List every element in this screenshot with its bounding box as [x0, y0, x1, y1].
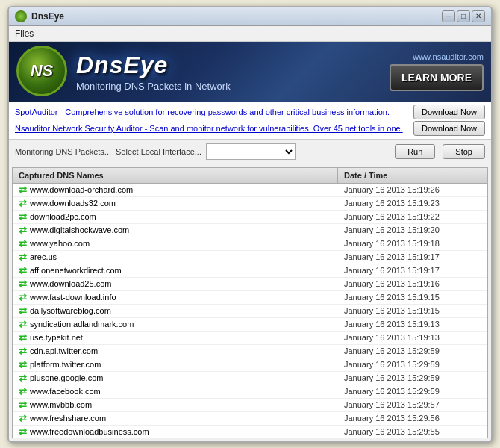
cell-date: January 16 2013 15:29:59 — [338, 358, 487, 370]
cell-dns-name: ⇄www.download-orchard.com — [13, 184, 338, 196]
table-row[interactable]: ⇄plusone.google.comJanuary 16 2013 15:29… — [13, 372, 487, 385]
dns-arrow-icon: ⇄ — [19, 360, 27, 370]
table-row[interactable]: ⇄download2pc.comJanuary 16 2013 15:19:22 — [13, 211, 487, 224]
dns-name-text: plusone.google.com — [30, 373, 103, 382]
dns-arrow-icon: ⇄ — [19, 199, 27, 208]
cell-date: January 16 2013 15:29:59 — [338, 385, 487, 397]
run-button[interactable]: Run — [395, 144, 435, 159]
cell-date: January 16 2013 15:29:59 — [338, 372, 487, 384]
table-row[interactable]: ⇄www.facebook.comJanuary 16 2013 15:29:5… — [13, 385, 487, 399]
cell-dns-name: ⇄www.fast-download.info — [13, 291, 338, 304]
ad-bar: SpotAuditor - Comprehensive solution for… — [9, 102, 491, 140]
dns-arrow-icon: ⇄ — [19, 293, 27, 302]
dns-arrow-icon: ⇄ — [19, 373, 27, 383]
dns-arrow-icon: ⇄ — [19, 320, 27, 329]
table-row[interactable]: ⇄www.download25.comJanuary 16 2013 15:19… — [13, 278, 487, 291]
dns-arrow-icon: ⇄ — [19, 239, 27, 249]
dns-arrow-icon: ⇄ — [19, 414, 27, 423]
learn-more-button[interactable]: LEARN MORE — [390, 64, 484, 91]
main-window: DnsEye ─ □ ✕ Files NS DnsEye Monitoring … — [7, 6, 493, 443]
cell-date: January 16 2013 15:19:13 — [338, 332, 487, 343]
table-row[interactable]: ⇄www.freedownloadbusiness.comJanuary 16 … — [13, 426, 487, 438]
dns-arrow-icon: ⇄ — [19, 266, 27, 276]
ns-circle-text: NS — [16, 46, 67, 96]
dns-arrow-icon: ⇄ — [19, 252, 27, 262]
table-row[interactable]: ⇄www.mvbbb.comJanuary 16 2013 15:29:57 — [13, 399, 487, 412]
table-header: Captured DNS Names Date / Time — [13, 168, 487, 184]
cell-date: January 16 2013 15:19:17 — [338, 264, 487, 276]
stop-button[interactable]: Stop — [443, 144, 485, 159]
table-row[interactable]: ⇄arec.usJanuary 16 2013 15:19:17 — [13, 251, 487, 264]
close-button[interactable]: ✕ — [472, 10, 485, 22]
window-title: DnsEye — [31, 11, 442, 22]
cell-dns-name: ⇄aff.onenetworkdirect.com — [13, 264, 338, 277]
cell-dns-name: ⇄use.typekit.net — [13, 332, 338, 344]
cell-dns-name: ⇄www.freshshare.com — [13, 412, 338, 425]
dns-name-text: download2pc.com — [30, 212, 96, 221]
table-row[interactable]: ⇄www.fast-download.infoJanuary 16 2013 1… — [13, 291, 487, 305]
dns-arrow-icon: ⇄ — [19, 400, 27, 410]
cell-dns-name: ⇄www.digitalshockwave.com — [13, 224, 338, 237]
dns-name-text: cdn.api.twitter.com — [30, 346, 98, 355]
table-row[interactable]: ⇄aff.onenetworkdirect.comJanuary 16 2013… — [13, 264, 487, 278]
cell-dns-name: ⇄www.downloads32.com — [13, 197, 338, 210]
table-row[interactable]: ⇄syndication.adlandmark.comJanuary 16 20… — [13, 318, 487, 332]
banner-title-area: DnsEye Monitoring DNS Packets in Network — [69, 52, 390, 92]
interface-select[interactable] — [206, 143, 296, 160]
table-row[interactable]: ⇄cdn.api.twitter.comJanuary 16 2013 15:2… — [13, 345, 487, 358]
cell-date: January 16 2013 15:19:16 — [338, 278, 487, 290]
cell-date: January 16 2013 15:19:15 — [338, 291, 487, 303]
dns-name-text: www.facebook.com — [30, 387, 101, 396]
ad-link-1[interactable]: SpotAuditor - Comprehensive solution for… — [15, 108, 409, 116]
dns-name-text: www.downloads32.com — [30, 199, 116, 208]
dns-arrow-icon: ⇄ — [19, 185, 27, 195]
maximize-button[interactable]: □ — [457, 10, 470, 22]
dns-arrow-icon: ⇄ — [19, 212, 27, 222]
dns-name-text: www.fast-download.info — [30, 293, 116, 302]
cell-date: January 16 2013 15:19:17 — [338, 251, 487, 263]
table-body: ⇄www.download-orchard.comJanuary 16 2013… — [13, 184, 487, 438]
ad-row-2: Nsauditor Network Security Auditor - Sca… — [15, 121, 485, 136]
ad-link-2[interactable]: Nsauditor Network Security Auditor - Sca… — [15, 124, 409, 133]
dns-name-text: aff.onenetworkdirect.com — [30, 266, 122, 275]
download-now-button-2[interactable]: Download Now — [413, 121, 485, 136]
cell-dns-name: ⇄www.mvbbb.com — [13, 399, 338, 411]
cell-date: January 16 2013 15:19:13 — [338, 318, 487, 330]
table-row[interactable]: ⇄www.yahoo.comJanuary 16 2013 15:19:18 — [13, 237, 487, 251]
dns-name-text: www.mvbbb.com — [30, 400, 92, 409]
table-row[interactable]: ⇄www.download-orchard.comJanuary 16 2013… — [13, 184, 487, 197]
controls-bar: Monitoring DNS Packets... Select Local I… — [9, 140, 491, 164]
dns-name-text: www.download25.com — [30, 279, 111, 288]
cell-date: January 16 2013 15:19:23 — [338, 197, 487, 209]
table-row[interactable]: ⇄dailysoftwareblog.comJanuary 16 2013 15… — [13, 305, 487, 318]
table-row[interactable]: ⇄use.typekit.netJanuary 16 2013 15:19:13 — [13, 332, 487, 345]
window-icon — [15, 10, 27, 22]
dns-arrow-icon: ⇄ — [19, 346, 27, 356]
ns-logo: NS — [16, 46, 69, 98]
dns-name-text: www.yahoo.com — [30, 239, 90, 248]
cell-dns-name: ⇄plusone.google.com — [13, 372, 338, 385]
table-row[interactable]: ⇄www.downloads32.comJanuary 16 2013 15:1… — [13, 197, 487, 211]
cell-dns-name: ⇄dailysoftwareblog.com — [13, 305, 338, 317]
dns-table: Captured DNS Names Date / Time ⇄www.down… — [12, 167, 488, 438]
dns-name-text: www.digitalshockwave.com — [30, 225, 129, 234]
cell-dns-name: ⇄download2pc.com — [13, 211, 338, 223]
dns-name-text: use.typekit.net — [30, 333, 83, 342]
banner-website: www.nsauditor.com — [413, 52, 484, 61]
dns-arrow-icon: ⇄ — [19, 225, 27, 235]
dns-name-text: www.freedownloadbusiness.com — [30, 427, 149, 436]
table-row[interactable]: ⇄platform.twitter.comJanuary 16 2013 15:… — [13, 358, 487, 372]
menu-files[interactable]: Files — [15, 28, 34, 39]
table-row[interactable]: ⇄www.digitalshockwave.comJanuary 16 2013… — [13, 224, 487, 237]
dns-arrow-icon: ⇄ — [19, 279, 27, 289]
title-bar-buttons: ─ □ ✕ — [442, 10, 485, 22]
cell-date: January 16 2013 15:29:59 — [338, 345, 487, 357]
minimize-button[interactable]: ─ — [442, 10, 455, 22]
cell-date: January 16 2013 15:19:15 — [338, 305, 487, 317]
dns-name-text: syndication.adlandmark.com — [30, 320, 134, 329]
cell-dns-name: ⇄platform.twitter.com — [13, 358, 338, 371]
download-now-button-1[interactable]: Download Now — [413, 105, 485, 119]
table-row[interactable]: ⇄www.freshshare.comJanuary 16 2013 15:29… — [13, 412, 487, 426]
cell-date: January 16 2013 15:19:22 — [338, 211, 487, 223]
dns-arrow-icon: ⇄ — [19, 333, 27, 343]
